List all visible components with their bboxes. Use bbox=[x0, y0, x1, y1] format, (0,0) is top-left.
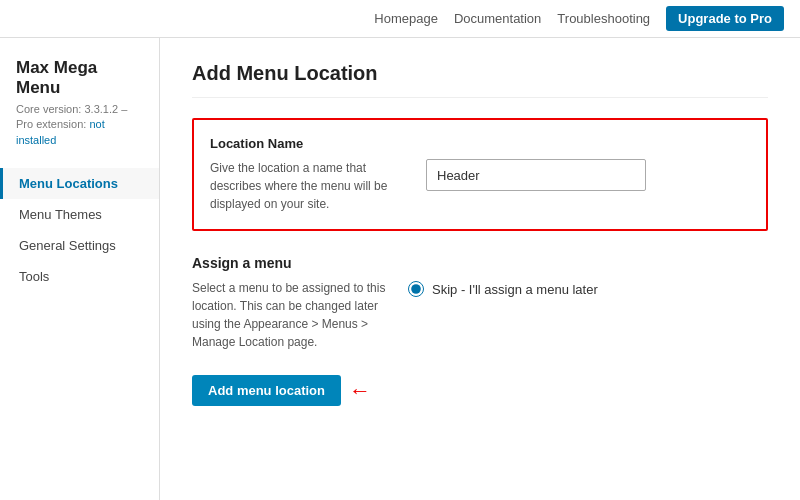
menu-locations-link[interactable]: Menu Locations bbox=[0, 168, 159, 199]
sidebar-item-menu-locations[interactable]: Menu Locations bbox=[0, 168, 159, 199]
button-area: Add menu location ← bbox=[192, 375, 768, 406]
sidebar-item-menu-themes[interactable]: Menu Themes bbox=[0, 199, 159, 230]
content-area: Add Menu Location Location Name Give the… bbox=[160, 38, 800, 500]
page-title: Add Menu Location bbox=[192, 62, 768, 98]
arrow-container: ← bbox=[349, 380, 371, 402]
assign-menu-section: Assign a menu Select a menu to be assign… bbox=[192, 255, 768, 351]
location-name-inner: Give the location a name that describes … bbox=[210, 159, 750, 213]
add-menu-location-button[interactable]: Add menu location bbox=[192, 375, 341, 406]
skip-radio-text: Skip - I'll assign a menu later bbox=[432, 282, 598, 297]
location-name-desc: Give the location a name that describes … bbox=[210, 159, 410, 213]
top-bar: Homepage Documentation Troubleshooting U… bbox=[0, 0, 800, 38]
app-version: Core version: 3.3.1.2 – Pro extension: n… bbox=[0, 102, 159, 164]
general-settings-link[interactable]: General Settings bbox=[0, 230, 159, 261]
sidebar-nav: Menu Locations Menu Themes General Setti… bbox=[0, 168, 159, 292]
documentation-link[interactable]: Documentation bbox=[454, 11, 541, 26]
main-wrapper: Max Mega Menu Core version: 3.3.1.2 – Pr… bbox=[0, 38, 800, 500]
sidebar-item-general-settings[interactable]: General Settings bbox=[0, 230, 159, 261]
homepage-link[interactable]: Homepage bbox=[374, 11, 438, 26]
skip-radio-label[interactable]: Skip - I'll assign a menu later bbox=[408, 281, 768, 297]
skip-radio-input[interactable] bbox=[408, 281, 424, 297]
assign-inner: Select a menu to be assigned to this loc… bbox=[192, 279, 768, 351]
version-text: Core version: 3.3.1.2 – Pro extension: bbox=[16, 103, 127, 130]
app-title: Max Mega Menu bbox=[0, 58, 159, 102]
sidebar-item-tools[interactable]: Tools bbox=[0, 261, 159, 292]
upgrade-button[interactable]: Upgrade to Pro bbox=[666, 6, 784, 31]
troubleshooting-link[interactable]: Troubleshooting bbox=[557, 11, 650, 26]
sidebar: Max Mega Menu Core version: 3.3.1.2 – Pr… bbox=[0, 38, 160, 500]
assign-title: Assign a menu bbox=[192, 255, 768, 271]
location-name-label: Location Name bbox=[210, 136, 750, 151]
assign-options: Skip - I'll assign a menu later bbox=[408, 279, 768, 297]
location-name-box: Location Name Give the location a name t… bbox=[192, 118, 768, 231]
tools-link[interactable]: Tools bbox=[0, 261, 159, 292]
menu-themes-link[interactable]: Menu Themes bbox=[0, 199, 159, 230]
arrow-icon: ← bbox=[349, 380, 371, 402]
assign-desc: Select a menu to be assigned to this loc… bbox=[192, 279, 392, 351]
location-name-input[interactable] bbox=[426, 159, 646, 191]
